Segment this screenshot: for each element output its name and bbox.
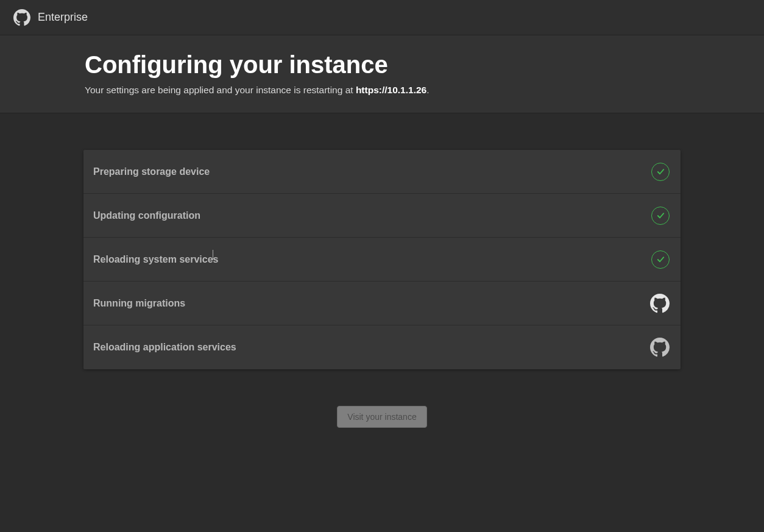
step-reloading-system-services: Reloading system services xyxy=(83,238,681,282)
step-label: Reloading system services xyxy=(93,254,218,265)
page-title: Configuring your instance xyxy=(85,51,679,79)
steps-list: Preparing storage device Updating config… xyxy=(83,150,681,369)
step-reloading-application-services: Reloading application services xyxy=(83,325,681,369)
instance-url: https://10.1.1.26 xyxy=(356,85,426,95)
step-preparing-storage: Preparing storage device xyxy=(83,150,681,194)
button-row: Visit your instance xyxy=(0,406,764,428)
brand[interactable]: Enterprise xyxy=(13,9,88,26)
checkmark-icon xyxy=(651,163,670,181)
pending-icon xyxy=(650,338,670,357)
checkmark-icon xyxy=(651,250,670,269)
checkmark-icon xyxy=(651,207,670,225)
title-section: Configuring your instance Your settings … xyxy=(0,35,764,113)
top-header: Enterprise xyxy=(0,0,764,35)
main-content: Preparing storage device Updating config… xyxy=(0,113,764,428)
step-label: Reloading application services xyxy=(93,342,236,353)
subtitle-suffix: . xyxy=(426,85,429,95)
step-label: Running migrations xyxy=(93,298,185,309)
visit-instance-button[interactable]: Visit your instance xyxy=(337,406,426,428)
step-running-migrations: Running migrations xyxy=(83,282,681,325)
step-updating-configuration: Updating configuration xyxy=(83,194,681,238)
spinner-icon xyxy=(650,294,670,313)
step-label: Updating configuration xyxy=(93,210,200,221)
brand-text: Enterprise xyxy=(38,11,88,24)
text-cursor-icon xyxy=(213,250,213,260)
subtitle-prefix: Your settings are being applied and your… xyxy=(85,85,356,95)
github-logo-icon xyxy=(13,9,30,26)
step-label: Preparing storage device xyxy=(93,166,210,177)
page-subtitle: Your settings are being applied and your… xyxy=(85,85,679,96)
